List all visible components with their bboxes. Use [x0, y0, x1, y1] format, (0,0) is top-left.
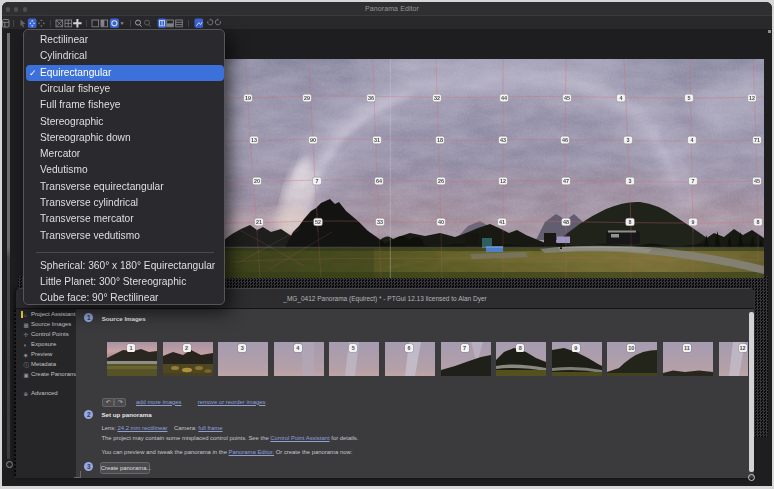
svg-text:33: 33 [377, 219, 383, 225]
svg-text:47: 47 [563, 178, 569, 184]
svg-text:52: 52 [315, 219, 321, 225]
svg-text:21: 21 [256, 219, 262, 225]
svg-text:20: 20 [254, 178, 260, 184]
svg-text:7: 7 [692, 178, 695, 184]
svg-text:12: 12 [500, 178, 506, 184]
svg-text:43: 43 [500, 137, 506, 143]
svg-text:7: 7 [316, 178, 319, 184]
svg-text:71: 71 [754, 137, 760, 143]
svg-text:90: 90 [310, 137, 316, 143]
svg-text:9: 9 [692, 219, 695, 225]
svg-text:64: 64 [376, 178, 382, 184]
svg-text:29: 29 [304, 95, 310, 101]
svg-text:19: 19 [245, 95, 251, 101]
svg-text:31: 31 [374, 137, 380, 143]
svg-text:4: 4 [691, 137, 694, 143]
svg-text:18: 18 [437, 137, 443, 143]
svg-text:32: 32 [434, 95, 440, 101]
svg-text:8: 8 [629, 219, 632, 225]
svg-text:48: 48 [563, 219, 569, 225]
svg-text:46: 46 [562, 137, 568, 143]
svg-text:4: 4 [620, 95, 623, 101]
svg-text:26: 26 [438, 178, 444, 184]
svg-text:44: 44 [501, 95, 507, 101]
svg-text:8: 8 [757, 219, 760, 225]
svg-text:3: 3 [629, 178, 632, 184]
svg-text:36: 36 [368, 95, 374, 101]
svg-text:41: 41 [499, 219, 505, 225]
svg-text:3: 3 [627, 137, 630, 143]
svg-text:45: 45 [564, 95, 570, 101]
svg-text:45: 45 [754, 178, 760, 184]
svg-text:13: 13 [251, 137, 257, 143]
svg-text:5: 5 [688, 95, 691, 101]
svg-text:40: 40 [438, 219, 444, 225]
svg-text:12: 12 [749, 95, 755, 101]
